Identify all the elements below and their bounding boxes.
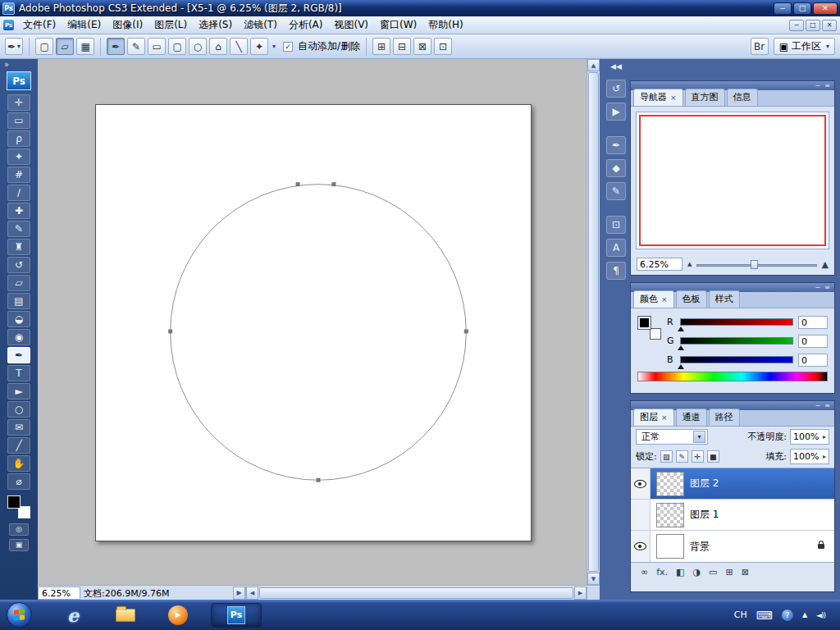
eraser-tool-button[interactable]: ▱ [7, 275, 30, 291]
lock-all-button[interactable]: ■ [707, 450, 719, 463]
show-hidden-icons[interactable]: ▲ [802, 611, 807, 619]
rectangle-shape-button[interactable]: ▭ [148, 38, 166, 55]
menu-analysis[interactable]: 分析(A) [283, 16, 329, 34]
scroll-up-icon[interactable]: ▲ [587, 59, 600, 71]
tab-styles[interactable]: 样式 [709, 290, 740, 308]
foreground-color-swatch[interactable] [7, 495, 21, 509]
layer-comps-panel-icon[interactable]: ◆ [606, 159, 626, 177]
panel-menu-icon[interactable]: ≡ [824, 83, 830, 89]
healing-brush-tool-button[interactable]: ✚ [7, 203, 30, 219]
layer-row-background[interactable]: 背景 [631, 531, 834, 562]
expand-dock-icon[interactable]: ◀◀ [610, 62, 622, 71]
polygon-shape-button[interactable]: ⌂ [209, 38, 227, 55]
zoom-tool-button[interactable]: ⌀ [7, 473, 30, 490]
flyout-arrow-icon[interactable]: ▸ [823, 433, 826, 441]
panel-minimize-icon[interactable]: − [815, 285, 821, 291]
document-canvas[interactable] [95, 104, 532, 541]
vertical-scroll-thumb[interactable] [588, 72, 599, 572]
visibility-toggle[interactable] [631, 500, 651, 530]
status-info-arrow-button[interactable]: ▶ [233, 587, 245, 600]
menu-layer[interactable]: 图层(L) [148, 16, 193, 34]
menu-select[interactable]: 选择(S) [193, 16, 238, 34]
horizontal-scrollbar[interactable]: ◀ ▶ [245, 587, 587, 600]
layer-row-2[interactable]: 图层 2 [631, 468, 834, 500]
zoom-level-field[interactable]: 6.25% [38, 587, 80, 600]
close-tab-icon[interactable]: × [661, 295, 668, 304]
character-panel-icon[interactable]: A [606, 239, 626, 257]
history-brush-tool-button[interactable]: ↺ [7, 257, 30, 273]
adjustment-layer-button[interactable]: ◑ [692, 567, 701, 578]
zoom-slider-thumb[interactable] [751, 260, 758, 269]
rounded-rectangle-shape-button[interactable]: ▢ [168, 38, 186, 55]
navigator-view-box[interactable] [639, 115, 826, 246]
actions-panel-icon[interactable]: ▶ [606, 103, 626, 121]
tab-navigator[interactable]: 导航器× [633, 89, 683, 106]
navigator-zoom-slider[interactable] [696, 259, 816, 270]
slider-thumb-icon[interactable] [678, 342, 684, 350]
subtract-from-path-area-button[interactable]: ⊟ [393, 38, 411, 55]
blend-mode-select[interactable]: 正常 ▾ [636, 429, 708, 445]
close-tab-icon[interactable]: × [661, 413, 668, 422]
volume-icon[interactable]: ◄)) [816, 611, 825, 619]
navigator-thumbnail[interactable] [636, 112, 829, 249]
opacity-field[interactable]: 100% ▸ [790, 429, 829, 445]
ellipse-tool-button[interactable]: ○ [7, 401, 30, 418]
menu-file[interactable]: 文件(F) [17, 16, 62, 34]
quick-mask-button[interactable]: ◎ [9, 523, 29, 536]
history-panel-icon[interactable]: ↺ [606, 80, 626, 98]
quick-selection-tool-button[interactable]: ✦ [7, 148, 30, 165]
minimize-button[interactable]: − [774, 2, 792, 15]
horizontal-scroll-thumb[interactable] [259, 587, 573, 599]
lock-position-button[interactable]: ✛ [692, 450, 704, 463]
eyedropper-tool-button[interactable]: ╱ [7, 437, 30, 454]
keyboard-icon[interactable]: ⌨ [756, 609, 773, 622]
navigator-zoom-field[interactable]: 6.25% [637, 258, 682, 271]
ellipse-shape-button[interactable]: ○ [189, 38, 207, 55]
gradient-tool-button[interactable]: ▤ [7, 293, 30, 309]
tab-paths[interactable]: 路径 [709, 409, 740, 426]
visibility-toggle[interactable] [631, 531, 651, 562]
foreground-color-swatch[interactable] [638, 317, 651, 329]
red-slider[interactable] [680, 318, 793, 326]
layer-name[interactable]: 背景 [690, 540, 710, 554]
type-tool-button[interactable]: T [7, 365, 30, 381]
visibility-toggle[interactable] [631, 468, 651, 499]
panel-minimize-icon[interactable]: − [815, 83, 821, 89]
clone-stamp-tool-button[interactable]: ♜ [7, 239, 30, 255]
green-value-field[interactable]: 0 [798, 335, 828, 348]
lasso-tool-button[interactable]: ρ [7, 130, 30, 147]
clone-source-panel-icon[interactable]: ⊡ [606, 216, 626, 234]
slice-tool-button[interactable]: ∕ [7, 185, 30, 201]
new-layer-button[interactable]: ⊞ [725, 567, 733, 578]
scroll-right-icon[interactable]: ▶ [574, 587, 587, 600]
close-button[interactable]: ✕ [813, 2, 838, 15]
pen-button[interactable]: ✒ [107, 38, 125, 55]
blue-value-field[interactable]: 0 [798, 354, 828, 367]
layer-name[interactable]: 图层 2 [690, 477, 719, 491]
doc-close-button[interactable]: ✕ [822, 20, 837, 31]
slider-thumb-icon[interactable] [678, 323, 684, 331]
photoshop-task-button[interactable]: Ps [211, 603, 262, 628]
auto-add-delete-checkbox[interactable]: ✓ [283, 42, 293, 52]
screen-mode-button[interactable]: ▣ [9, 539, 29, 551]
intersect-path-areas-button[interactable]: ⊠ [413, 38, 431, 55]
panel-menu-icon[interactable]: ≡ [824, 285, 830, 291]
paths-button[interactable]: ▱ [56, 38, 74, 55]
lock-image-button[interactable]: ✎ [676, 450, 688, 463]
help-icon[interactable]: ? [782, 609, 793, 621]
shape-layers-button[interactable]: ▢ [35, 38, 53, 55]
line-shape-button[interactable]: ╲ [230, 38, 248, 55]
menu-window[interactable]: 窗口(W) [374, 16, 422, 34]
scroll-down-icon[interactable]: ▼ [587, 573, 600, 585]
panel-minimize-icon[interactable]: − [815, 403, 821, 409]
menu-help[interactable]: 帮助(H) [422, 16, 468, 34]
layer-name[interactable]: 图层 1 [690, 508, 719, 522]
document-icon[interactable]: Ps [3, 20, 14, 30]
internet-explorer-icon[interactable]: e [62, 604, 84, 627]
tab-swatches[interactable]: 色板 [676, 290, 707, 308]
toolbar-collapse-icon[interactable]: » [0, 59, 13, 70]
language-indicator[interactable]: CH [734, 609, 747, 620]
layer-row-1[interactable]: 图层 1 [631, 500, 834, 531]
move-tool-button[interactable]: ✛ [7, 94, 30, 111]
fill-field[interactable]: 100% ▸ [790, 449, 829, 464]
